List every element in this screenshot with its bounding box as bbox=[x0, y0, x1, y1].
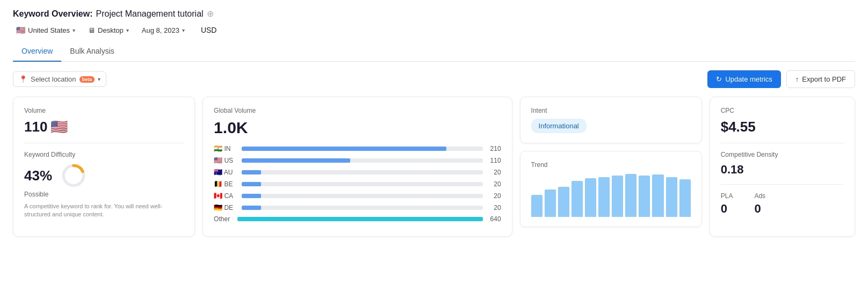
intent-badge: Informational bbox=[531, 119, 587, 133]
bar-fill bbox=[242, 206, 261, 210]
bar-container bbox=[237, 217, 482, 221]
global-volume-value: 1.0K bbox=[214, 119, 501, 137]
bar-fill bbox=[242, 194, 261, 198]
trend-bar bbox=[666, 177, 677, 217]
country-code: 🇦🇺 AU bbox=[214, 168, 238, 176]
page-title-normal: Project Management tutorial bbox=[96, 9, 204, 19]
trend-bar bbox=[612, 176, 623, 217]
tab-overview[interactable]: Overview bbox=[13, 42, 61, 62]
update-metrics-label: Update metrics bbox=[725, 75, 772, 83]
global-volume-label: Global Volume bbox=[214, 107, 501, 114]
country-count: 20 bbox=[486, 204, 501, 212]
bar-fill bbox=[242, 158, 350, 163]
density-value: 0.18 bbox=[721, 163, 844, 177]
chevron-down-icon: ▾ bbox=[73, 27, 75, 33]
controls-row: 📍 Select location beta ▾ ↻ Update metric… bbox=[13, 70, 855, 88]
volume-label: Volume bbox=[24, 107, 184, 114]
country-count: 110 bbox=[486, 157, 501, 164]
cpc-card: CPC $4.55 Competitive Density 0.18 PLA 0… bbox=[710, 97, 855, 237]
country-count: 20 bbox=[486, 169, 501, 176]
cpc-value: $4.55 bbox=[721, 119, 844, 135]
update-metrics-button[interactable]: ↻ Update metrics bbox=[707, 70, 780, 88]
chevron-down-icon: ▾ bbox=[182, 27, 185, 33]
date-selector[interactable]: Aug 8, 2023 ▾ bbox=[139, 25, 188, 36]
chevron-down-icon: ▾ bbox=[126, 27, 129, 33]
bar-container bbox=[242, 147, 482, 151]
toolbar: 🇺🇸 United States ▾ 🖥 Desktop ▾ Aug 8, 20… bbox=[13, 24, 855, 36]
kd-section: Keyword Difficulty 43% Possible A compet… bbox=[24, 151, 184, 219]
export-pdf-button[interactable]: ↑ Export to PDF bbox=[786, 70, 855, 88]
country-code: 🇧🇪 BE bbox=[214, 180, 238, 188]
card-divider bbox=[721, 184, 844, 185]
country-code: 🇨🇦 CA bbox=[214, 192, 238, 200]
bar-fill bbox=[242, 147, 446, 151]
tab-bulk-analysis[interactable]: Bulk Analysis bbox=[61, 42, 122, 62]
ads-value: 0 bbox=[754, 202, 765, 216]
country-label: United States bbox=[28, 26, 70, 34]
bar-fill bbox=[237, 217, 482, 221]
bar-container bbox=[242, 182, 482, 186]
kd-percent: 43% bbox=[24, 168, 52, 184]
intent-card: Intent Informational bbox=[520, 97, 702, 143]
cards-grid: Volume 110 🇺🇸 Keyword Difficulty 43% Pos… bbox=[13, 97, 855, 237]
pla-value: 0 bbox=[721, 202, 733, 216]
date-label: Aug 8, 2023 bbox=[142, 26, 179, 34]
country-selector[interactable]: 🇺🇸 United States ▾ bbox=[13, 24, 78, 36]
location-placeholder: Select location bbox=[31, 75, 76, 83]
device-label: Desktop bbox=[98, 26, 124, 34]
trend-bars bbox=[531, 174, 691, 217]
country-row: 🇨🇦 CA20 bbox=[214, 192, 501, 200]
kd-value-row: 43% bbox=[24, 163, 184, 188]
country-code: 🇩🇪 DE bbox=[214, 203, 238, 212]
bar-container bbox=[242, 170, 482, 174]
trend-bar bbox=[558, 187, 569, 217]
bar-fill bbox=[242, 170, 261, 174]
export-pdf-label: Export to PDF bbox=[802, 75, 846, 83]
country-list: 🇮🇳 IN210🇺🇸 US110🇦🇺 AU20🇧🇪 BE20🇨🇦 CA20🇩🇪 … bbox=[214, 144, 501, 223]
country-row: 🇦🇺 AU20 bbox=[214, 168, 501, 176]
device-selector[interactable]: 🖥 Desktop ▾ bbox=[85, 25, 132, 36]
actions-group: ↻ Update metrics ↑ Export to PDF bbox=[707, 70, 855, 88]
card-divider bbox=[721, 143, 844, 143]
volume-card: Volume 110 🇺🇸 Keyword Difficulty 43% Pos… bbox=[13, 97, 195, 237]
volume-flag: 🇺🇸 bbox=[50, 119, 68, 135]
page-header: Keyword Overview: Project Management tut… bbox=[13, 9, 855, 19]
beta-badge: beta bbox=[79, 76, 95, 83]
kd-donut-chart bbox=[61, 163, 86, 188]
trend-bar bbox=[652, 174, 663, 217]
chevron-down-icon: ▾ bbox=[98, 76, 100, 82]
country-code: 🇺🇸 US bbox=[214, 156, 238, 164]
bar-container bbox=[242, 194, 482, 198]
cpc-label: CPC bbox=[721, 107, 844, 114]
device-icon: 🖥 bbox=[88, 26, 95, 34]
location-selector[interactable]: 📍 Select location beta ▾ bbox=[13, 71, 106, 87]
trend-bar bbox=[531, 195, 542, 217]
ads-section: Ads 0 bbox=[754, 192, 765, 216]
location-pin-icon: 📍 bbox=[19, 75, 27, 83]
trend-bar bbox=[639, 176, 650, 217]
density-label: Competitive Density bbox=[721, 151, 844, 158]
country-row: Other640 bbox=[214, 215, 501, 223]
country-row: 🇮🇳 IN210 bbox=[214, 144, 501, 152]
add-keyword-icon[interactable]: ⊕ bbox=[207, 9, 214, 19]
trend-label: Trend bbox=[531, 161, 691, 169]
country-count: 210 bbox=[486, 145, 501, 152]
pla-ads-row: PLA 0 Ads 0 bbox=[721, 192, 844, 216]
trend-card: Trend bbox=[520, 151, 702, 227]
intent-label: Intent bbox=[531, 107, 691, 114]
card-divider bbox=[24, 143, 184, 143]
bar-container bbox=[242, 206, 482, 210]
bar-container bbox=[242, 158, 482, 163]
trend-bar bbox=[598, 177, 610, 217]
country-row: 🇧🇪 BE20 bbox=[214, 180, 501, 188]
global-volume-card: Global Volume 1.0K 🇮🇳 IN210🇺🇸 US110🇦🇺 AU… bbox=[202, 97, 512, 237]
country-row: 🇺🇸 US110 bbox=[214, 156, 501, 164]
kd-possible: Possible bbox=[24, 191, 184, 198]
trend-bar bbox=[679, 179, 691, 217]
trend-bar bbox=[545, 190, 556, 217]
page-title-bold: Keyword Overview: bbox=[13, 9, 93, 19]
volume-value: 110 🇺🇸 bbox=[24, 119, 184, 135]
bar-fill bbox=[242, 182, 261, 186]
country-flag: 🇺🇸 bbox=[16, 26, 25, 34]
currency-label: USD bbox=[201, 26, 217, 34]
